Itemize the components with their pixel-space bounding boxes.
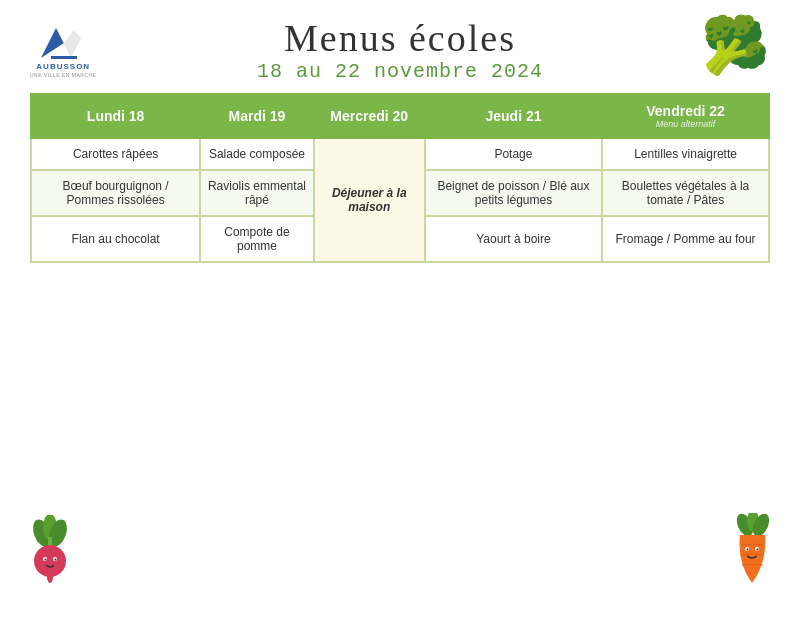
table-header-row: Lundi 18 Mardi 19 Mercredi 20 Jeudi 21 V…	[31, 94, 769, 138]
cell-vendredi-1: Lentilles vinaigrette	[602, 138, 769, 170]
cell-mercredi-dejeuner: Déjeuner à la maison	[314, 138, 425, 262]
title-block: Menus écoles 18 au 22 novembre 2024	[257, 18, 543, 83]
svg-point-19	[747, 549, 749, 551]
broccoli-decoration: 🥦	[701, 13, 770, 78]
svg-point-12	[45, 559, 47, 561]
logo-name: AUBUSSON	[36, 63, 90, 72]
carrot-decoration	[725, 513, 780, 603]
svg-point-20	[757, 549, 759, 551]
col-mercredi: Mercredi 20	[314, 94, 425, 138]
cell-lundi-2: Bœuf bourguignon / Pommes rissolées	[31, 170, 200, 216]
svg-rect-3	[51, 56, 77, 59]
table-row: Carottes râpées Salade composée Déjeuner…	[31, 138, 769, 170]
col-mardi: Mardi 19	[200, 94, 313, 138]
cell-mardi-3: Compote de pomme	[200, 216, 313, 262]
logo-icon	[36, 18, 91, 63]
main-title: Menus écoles	[257, 18, 543, 60]
menu-table: Lundi 18 Mardi 19 Mercredi 20 Jeudi 21 V…	[30, 93, 770, 263]
svg-marker-0	[41, 28, 64, 58]
svg-marker-2	[64, 30, 81, 58]
col-lundi: Lundi 18	[31, 94, 200, 138]
cell-vendredi-3: Fromage / Pomme au four	[602, 216, 769, 262]
svg-rect-7	[48, 537, 52, 545]
cell-jeudi-2: Beignet de poisson / Blé aux petits légu…	[425, 170, 602, 216]
cell-mardi-1: Salade composée	[200, 138, 313, 170]
cell-jeudi-3: Yaourt à boire	[425, 216, 602, 262]
cell-lundi-1: Carottes râpées	[31, 138, 200, 170]
svg-point-9	[47, 571, 53, 583]
cell-lundi-3: Flan au chocolat	[31, 216, 200, 262]
col-vendredi: Vendredi 22 Menu alternatif	[602, 94, 769, 138]
logo-subline: UNE VILLE EN MARCHE	[30, 72, 96, 78]
cell-jeudi-1: Potage	[425, 138, 602, 170]
radish-decoration	[20, 515, 80, 598]
cell-mardi-2: Raviolis emmental râpé	[200, 170, 313, 216]
logo: AUBUSSON UNE VILLE EN MARCHE	[30, 18, 96, 78]
header: AUBUSSON UNE VILLE EN MARCHE Menus école…	[30, 18, 770, 83]
cell-vendredi-2: Boulettes végétales à la tomate / Pâtes	[602, 170, 769, 216]
svg-point-13	[55, 559, 57, 561]
subtitle: 18 au 22 novembre 2024	[257, 60, 543, 83]
col-jeudi: Jeudi 21	[425, 94, 602, 138]
